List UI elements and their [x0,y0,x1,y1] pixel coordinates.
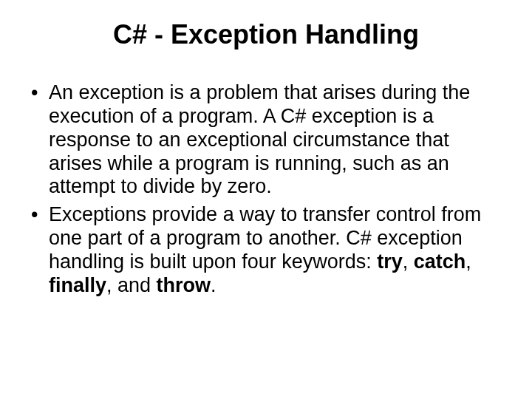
slide-body: An exception is a problem that arises du… [30,81,502,298]
keyword-throw: throw [157,274,211,296]
keyword-catch: catch [414,250,466,273]
bullet-text: An exception is a problem that arises du… [49,81,470,197]
bullet-list: An exception is a problem that arises du… [30,81,502,298]
list-item: An exception is a problem that arises du… [30,81,502,199]
sep: , [466,250,471,273]
slide-title: C# - Exception Handling [30,19,502,50]
keyword-try: try [377,250,403,273]
slide: C# - Exception Handling An exception is … [0,0,532,399]
sep: , and [106,274,157,296]
sep: , [403,250,414,273]
keyword-finally: finally [49,274,106,296]
bullet-text-suffix: . [211,274,216,296]
list-item: Exceptions provide a way to transfer con… [30,203,502,297]
